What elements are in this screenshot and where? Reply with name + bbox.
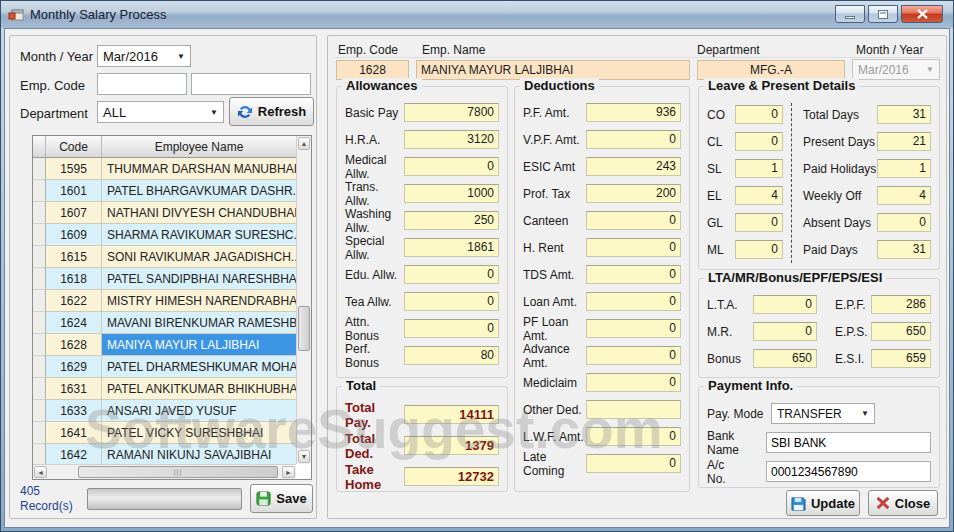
leave-value-field[interactable]: 0 xyxy=(735,213,783,232)
employee-code-cell[interactable]: 1595 xyxy=(46,158,102,180)
scroll-up-icon[interactable]: ▲ xyxy=(298,137,310,150)
row-selector-cell[interactable] xyxy=(33,312,46,334)
employee-name-cell[interactable]: PATEL SANDIPBHAI NARESHBHAI xyxy=(102,268,296,290)
row-selector-cell[interactable] xyxy=(33,334,46,356)
employee-row[interactable]: 1629 PATEL DHARMESHKUMAR MOHA... xyxy=(33,356,296,378)
employee-code-cell[interactable]: 1609 xyxy=(46,224,102,246)
emp-name-filter-input[interactable] xyxy=(191,73,311,95)
row-selector-cell[interactable] xyxy=(33,290,46,312)
employee-code-cell[interactable]: 1601 xyxy=(46,180,102,202)
allowance-value-field[interactable]: 7800 xyxy=(404,103,499,122)
row-selector-cell[interactable] xyxy=(33,158,46,180)
lta-right-value-field[interactable]: 286 xyxy=(871,295,931,314)
days-value-field[interactable]: 1 xyxy=(877,159,931,178)
employee-code-cell[interactable]: 1624 xyxy=(46,312,102,334)
row-selector-cell[interactable] xyxy=(33,246,46,268)
days-value-field[interactable]: 21 xyxy=(877,132,931,151)
row-selector-cell[interactable] xyxy=(33,444,46,464)
deduction-value-field[interactable]: 0 xyxy=(586,454,681,473)
deduction-value-field[interactable]: 200 xyxy=(586,184,681,203)
row-selector-cell[interactable] xyxy=(33,202,46,224)
allowance-value-field[interactable]: 0 xyxy=(404,265,499,284)
allowance-value-field[interactable]: 80 xyxy=(404,346,499,365)
employee-row[interactable]: 1622 MISTRY HIMESH NARENDRABHAI xyxy=(33,290,296,312)
row-selector-cell[interactable] xyxy=(33,180,46,202)
lta-left-value-field[interactable]: 650 xyxy=(753,349,817,368)
row-selector-cell[interactable] xyxy=(33,378,46,400)
vertical-scroll-thumb[interactable] xyxy=(298,306,310,351)
employee-name-cell[interactable]: PATEL ANKITKUMAR BHIKHUBHAI xyxy=(102,378,296,400)
row-selector-cell[interactable] xyxy=(33,400,46,422)
row-selector-cell[interactable] xyxy=(33,356,46,378)
employee-name-cell[interactable]: ANSARI JAVED YUSUF xyxy=(102,400,296,422)
employee-code-cell[interactable]: 1622 xyxy=(46,290,102,312)
employee-code-cell[interactable]: 1607 xyxy=(46,202,102,224)
allowance-value-field[interactable]: 0 xyxy=(404,292,499,311)
vertical-scrollbar[interactable]: ▲ ▼ xyxy=(296,136,311,464)
employee-row[interactable]: 1633 ANSARI JAVED YUSUF xyxy=(33,400,296,422)
employee-row[interactable]: 1601 PATEL BHARGAVKUMAR DASHR... xyxy=(33,180,296,202)
employee-name-cell[interactable]: PATEL DHARMESHKUMAR MOHA... xyxy=(102,356,296,378)
row-selector-cell[interactable] xyxy=(33,422,46,444)
scroll-right-icon[interactable]: ► xyxy=(282,466,295,478)
save-button[interactable]: Save xyxy=(250,484,313,513)
employee-name-cell[interactable]: NATHANI DIVYESH CHANDUBHAI xyxy=(102,202,296,224)
deduction-value-field[interactable]: 0 xyxy=(586,346,681,365)
employee-row[interactable]: 1631 PATEL ANKITKUMAR BHIKHUBHAI xyxy=(33,378,296,400)
employee-code-cell[interactable]: 1641 xyxy=(46,422,102,444)
horizontal-scrollbar[interactable]: ◄ ||| ► xyxy=(33,464,296,479)
deduction-value-field[interactable]: 0 xyxy=(586,130,681,149)
leave-value-field[interactable]: 0 xyxy=(735,240,783,259)
row-selector-cell[interactable] xyxy=(33,224,46,246)
minimize-button[interactable] xyxy=(835,5,865,23)
deduction-value-field[interactable] xyxy=(586,400,681,419)
employee-name-cell[interactable]: MISTRY HIMESH NARENDRABHAI xyxy=(102,290,296,312)
days-value-field[interactable]: 0 xyxy=(877,213,931,232)
employee-row[interactable]: 1624 MAVANI BIRENKUMAR RAMESHB... xyxy=(33,312,296,334)
deduction-value-field[interactable]: 0 xyxy=(586,238,681,257)
lta-left-value-field[interactable]: 0 xyxy=(753,295,817,314)
allowance-value-field[interactable]: 3120 xyxy=(404,130,499,149)
horizontal-scroll-thumb[interactable]: ||| xyxy=(78,466,278,478)
name-column-header[interactable]: Employee Name xyxy=(102,136,296,157)
ac-no-input[interactable] xyxy=(766,461,931,482)
employee-row[interactable]: 1628 MANIYA MAYUR LALJIBHAI xyxy=(33,334,296,356)
month-year-select[interactable]: Mar/2016 ▼ xyxy=(97,45,191,67)
employee-code-cell[interactable]: 1629 xyxy=(46,356,102,378)
allowance-value-field[interactable]: 250 xyxy=(404,211,499,230)
update-button[interactable]: Update xyxy=(786,490,860,516)
deduction-value-field[interactable]: 0 xyxy=(586,373,681,392)
scroll-down-icon[interactable]: ▼ xyxy=(298,450,310,463)
code-column-header[interactable]: Code xyxy=(46,136,102,157)
deduction-value-field[interactable]: 0 xyxy=(586,427,681,446)
row-selector-cell[interactable] xyxy=(33,268,46,290)
bank-name-input[interactable] xyxy=(766,432,931,453)
employee-row[interactable]: 1618 PATEL SANDIPBHAI NARESHBHAI xyxy=(33,268,296,290)
days-value-field[interactable]: 4 xyxy=(877,186,931,205)
days-value-field[interactable]: 31 xyxy=(877,240,931,259)
allowance-value-field[interactable]: 1861 xyxy=(404,238,499,257)
days-value-field[interactable]: 31 xyxy=(877,105,931,124)
department-select[interactable]: ALL ▼ xyxy=(97,101,224,123)
leave-value-field[interactable]: 0 xyxy=(735,105,783,124)
deduction-value-field[interactable]: 0 xyxy=(586,265,681,284)
deduction-value-field[interactable]: 0 xyxy=(586,319,681,338)
deduction-value-field[interactable]: 0 xyxy=(586,292,681,311)
close-button[interactable]: Close xyxy=(868,490,938,516)
department-field[interactable]: MFG.-A xyxy=(697,60,845,80)
allowance-value-field[interactable]: 1000 xyxy=(404,184,499,203)
allowance-value-field[interactable]: 0 xyxy=(404,319,499,338)
lta-right-value-field[interactable]: 650 xyxy=(871,322,931,341)
emp-name-field[interactable]: MANIYA MAYUR LALJIBHAI xyxy=(416,60,690,80)
employee-row[interactable]: 1595 THUMMAR DARSHAN MANUBHAI xyxy=(33,158,296,180)
employee-row[interactable]: 1607 NATHANI DIVYESH CHANDUBHAI xyxy=(33,202,296,224)
emp-code-input[interactable] xyxy=(97,73,187,95)
lta-left-value-field[interactable]: 0 xyxy=(753,322,817,341)
leave-value-field[interactable]: 4 xyxy=(735,186,783,205)
employee-name-cell[interactable]: SONI RAVIKUMAR JAGADISHCH... xyxy=(102,246,296,268)
employee-name-cell[interactable]: THUMMAR DARSHAN MANUBHAI xyxy=(102,158,296,180)
employee-code-cell[interactable]: 1628 xyxy=(46,334,102,356)
scroll-left-icon[interactable]: ◄ xyxy=(34,466,47,478)
pay-mode-select[interactable]: TRANSFER ▼ xyxy=(771,403,875,424)
employee-code-cell[interactable]: 1633 xyxy=(46,400,102,422)
